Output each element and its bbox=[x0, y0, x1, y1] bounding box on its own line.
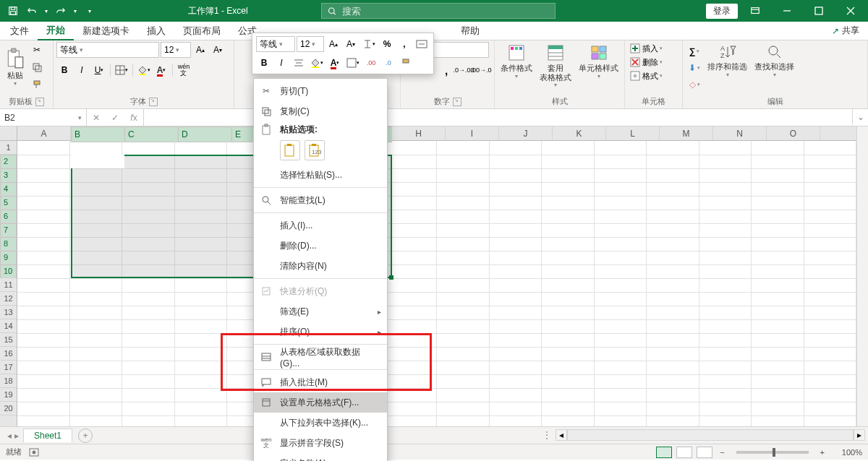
mt-borders[interactable]: ▾ bbox=[344, 55, 362, 71]
undo-dropdown[interactable]: ▾ bbox=[42, 2, 51, 20]
bold-button[interactable]: B bbox=[56, 62, 72, 78]
mt-font-size[interactable]: 12▾ bbox=[297, 36, 324, 52]
mt-italic[interactable]: I bbox=[273, 55, 289, 71]
tab-home[interactable]: 开始 bbox=[38, 21, 74, 40]
row-header-17[interactable]: 17 bbox=[0, 361, 17, 374]
fill-icon[interactable]: ⬇▾ bbox=[686, 60, 703, 76]
row-header-12[interactable]: 12 bbox=[0, 292, 17, 306]
cell-grid[interactable] bbox=[17, 141, 856, 426]
col-header-O[interactable]: O bbox=[767, 126, 820, 140]
mt-dec-decimal[interactable]: .0 bbox=[380, 55, 396, 71]
ctx-filter[interactable]: 筛选(E)▸ bbox=[254, 301, 387, 322]
name-box[interactable]: B2▾ bbox=[0, 109, 87, 126]
col-header-N[interactable]: N bbox=[713, 126, 767, 140]
sheet-nav-next[interactable]: ▸ bbox=[14, 431, 19, 441]
paste-option-values[interactable]: 123 bbox=[305, 140, 325, 160]
row-header-15[interactable]: 15 bbox=[0, 333, 17, 347]
row-header-4[interactable]: 4 bbox=[0, 182, 17, 196]
minimize-icon[interactable] bbox=[773, 0, 801, 22]
zoom-level[interactable]: 100% bbox=[832, 448, 862, 457]
horizontal-scrollbar[interactable]: ⋮ ◂▸ bbox=[538, 429, 865, 441]
macro-record-icon[interactable] bbox=[29, 448, 39, 457]
find-select-button[interactable]: 查找和选择▾ bbox=[752, 42, 797, 79]
new-sheet-button[interactable]: + bbox=[78, 428, 93, 443]
row-header-20[interactable]: 20 bbox=[0, 402, 17, 415]
mt-align-icon[interactable] bbox=[291, 55, 307, 71]
col-header-A[interactable]: A bbox=[17, 126, 71, 140]
ctx-show-pinyin[interactable]: wén文显示拼音字段(S) bbox=[254, 433, 387, 453]
paste-button[interactable]: 粘贴 ▾ bbox=[3, 42, 27, 92]
col-header-I[interactable]: I bbox=[446, 126, 499, 140]
col-header-D[interactable]: D bbox=[178, 126, 231, 142]
cell-styles-button[interactable]: 单元格样式▾ bbox=[576, 42, 621, 81]
borders-icon[interactable]: ▾ bbox=[114, 62, 129, 78]
tab-insert[interactable]: 插入 bbox=[138, 22, 174, 40]
save-icon[interactable] bbox=[4, 2, 22, 20]
ctx-insert-comment[interactable]: 插入批注(M) bbox=[254, 372, 387, 392]
decrease-font-icon[interactable]: A▾ bbox=[210, 42, 226, 58]
confirm-edit-icon[interactable]: ✓ bbox=[106, 110, 124, 126]
tab-file[interactable]: 文件 bbox=[1, 22, 38, 40]
view-layout-icon[interactable] bbox=[676, 447, 692, 458]
row-header-7[interactable]: 7 bbox=[0, 223, 17, 237]
row-header-13[interactable]: 13 bbox=[0, 306, 17, 319]
ribbon-display-icon[interactable] bbox=[741, 0, 770, 22]
autosum-icon[interactable]: ∑▾ bbox=[686, 43, 703, 59]
row-header-8[interactable]: 8 bbox=[0, 237, 17, 251]
redo-dropdown[interactable]: ▾ bbox=[71, 2, 80, 20]
mt-font-name[interactable]: 等线▾ bbox=[256, 36, 295, 52]
format-painter-icon[interactable] bbox=[29, 77, 45, 92]
row-header-2[interactable]: 2 bbox=[0, 155, 17, 168]
col-header-C[interactable]: C bbox=[124, 126, 178, 142]
row-header-3[interactable]: 3 bbox=[0, 168, 17, 182]
cancel-edit-icon[interactable]: ✕ bbox=[87, 110, 106, 126]
ctx-sort[interactable]: 排序(O)▸ bbox=[254, 322, 387, 342]
ctx-copy[interactable]: 复制(C) bbox=[254, 101, 387, 121]
row-header-10[interactable]: 10 bbox=[0, 264, 17, 278]
mt-font-color[interactable]: A▾ bbox=[327, 55, 343, 71]
ctx-delete[interactable]: 删除(D)... bbox=[254, 236, 387, 256]
conditional-format-button[interactable]: 条件格式▾ bbox=[498, 42, 535, 81]
number-dialog[interactable] bbox=[453, 98, 461, 106]
clear-icon[interactable]: ◇▾ bbox=[686, 77, 703, 92]
col-header-H[interactable]: H bbox=[392, 126, 446, 140]
row-header-5[interactable]: 5 bbox=[0, 196, 17, 210]
tab-help[interactable]: 帮助 bbox=[452, 22, 488, 40]
decrease-decimal-icon[interactable]: .00→.0 bbox=[473, 62, 489, 78]
qat-customize[interactable]: ▾ bbox=[81, 2, 98, 20]
select-all-corner[interactable] bbox=[0, 126, 17, 141]
increase-font-icon[interactable]: A▴ bbox=[192, 42, 208, 58]
mt-bold[interactable]: B bbox=[256, 55, 272, 71]
comma-icon[interactable]: , bbox=[438, 62, 454, 78]
phonetic-icon[interactable]: wén 文 bbox=[176, 62, 192, 78]
ctx-insert[interactable]: 插入(I)... bbox=[254, 215, 387, 236]
redo-icon[interactable] bbox=[52, 2, 69, 20]
formula-input[interactable] bbox=[144, 109, 852, 126]
mt-percent[interactable]: % bbox=[379, 36, 395, 52]
row-header-14[interactable]: 14 bbox=[0, 319, 17, 333]
mt-format-painter[interactable] bbox=[398, 55, 414, 71]
col-header-M[interactable]: M bbox=[660, 126, 713, 140]
row-header-11[interactable]: 11 bbox=[0, 278, 17, 292]
ctx-pick-from-list[interactable]: 从下拉列表中选择(K)... bbox=[254, 413, 387, 433]
undo-icon[interactable] bbox=[23, 2, 41, 20]
font-name-select[interactable]: 等线▾ bbox=[56, 42, 159, 58]
delete-cells-button[interactable]: 删除▾ bbox=[628, 56, 664, 69]
format-cells-button[interactable]: 格式▾ bbox=[628, 69, 664, 82]
col-header-J[interactable]: J bbox=[499, 126, 553, 140]
col-header-K[interactable]: K bbox=[553, 126, 606, 140]
fx-icon[interactable]: fx bbox=[124, 110, 143, 126]
sheet-tab[interactable]: Sheet1 bbox=[23, 428, 72, 442]
increase-decimal-icon[interactable]: .0→.00 bbox=[456, 62, 472, 78]
maximize-icon[interactable] bbox=[804, 0, 833, 22]
login-button[interactable]: 登录 bbox=[706, 4, 738, 19]
font-size-select[interactable]: 12▾ bbox=[161, 42, 191, 58]
font-dialog[interactable] bbox=[149, 98, 158, 106]
close-icon[interactable] bbox=[836, 0, 865, 22]
table-format-button[interactable]: 套用 表格格式▾ bbox=[537, 42, 574, 90]
ctx-smart-lookup[interactable]: 智能查找(L) bbox=[254, 190, 387, 210]
mt-fill-color[interactable]: ▾ bbox=[308, 55, 326, 71]
mt-inc-decimal[interactable]: .00 bbox=[363, 55, 379, 71]
insert-cells-button[interactable]: 插入▾ bbox=[628, 42, 664, 55]
row-header-16[interactable]: 16 bbox=[0, 347, 17, 361]
